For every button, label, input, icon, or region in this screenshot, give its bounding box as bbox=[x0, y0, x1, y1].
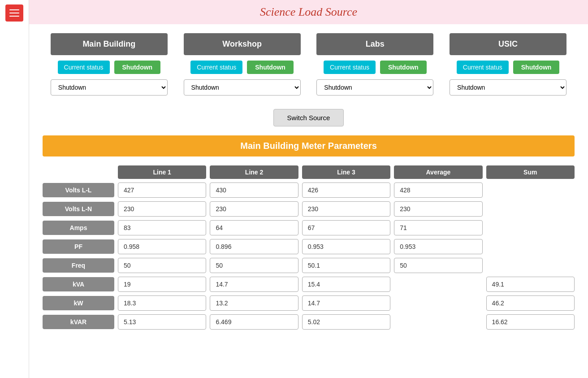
meter-value-4-line1: 50 bbox=[118, 258, 206, 273]
meter-value-2-line1: 83 bbox=[118, 220, 206, 235]
meter-row-label-1: Volts L-N bbox=[43, 202, 114, 216]
building-name-usic[interactable]: USIC bbox=[450, 33, 566, 55]
meter-row-label-5: kVA bbox=[43, 277, 114, 291]
meter-value-6-line2: 13.2 bbox=[210, 295, 298, 311]
meter-section: Main Building Meter Parameters Line 1Lin… bbox=[29, 135, 588, 343]
meter-col-header-sum: Sum bbox=[486, 165, 575, 179]
dropdown-row-workshop: Shutdown bbox=[184, 79, 301, 96]
meter-value-3-line3: 0.953 bbox=[302, 239, 390, 254]
meter-value-1-line2: 230 bbox=[210, 201, 298, 217]
meter-value-2-average: 71 bbox=[394, 220, 482, 235]
meter-value-4-average: 50 bbox=[394, 258, 482, 273]
dropdown-row-usic: Shutdown bbox=[450, 79, 566, 96]
meter-value-5-sum: 49.1 bbox=[486, 277, 575, 292]
building-col-main-building: Main BuildingCurrent statusShutdownShutd… bbox=[51, 33, 168, 96]
meter-value-7-line3: 5.02 bbox=[302, 314, 390, 330]
meter-value-7-line2: 6.469 bbox=[210, 314, 298, 330]
building-name-labs[interactable]: Labs bbox=[316, 33, 433, 55]
current-status-button-labs[interactable]: Current status bbox=[324, 61, 376, 74]
meter-row-label-0: Volts L-L bbox=[43, 183, 114, 197]
status-dropdown-usic[interactable]: Shutdown bbox=[450, 79, 566, 96]
shutdown-button-main-building[interactable]: Shutdown bbox=[114, 61, 161, 74]
status-row-usic: Current statusShutdown bbox=[457, 61, 560, 74]
status-dropdown-main-building[interactable]: Shutdown bbox=[51, 79, 168, 96]
status-dropdown-workshop[interactable]: Shutdown bbox=[184, 79, 301, 96]
meter-value-1-line1: 230 bbox=[118, 201, 206, 217]
meter-col-header-line2: Line 2 bbox=[210, 165, 298, 179]
meter-value-0-average: 428 bbox=[394, 182, 482, 198]
meter-value-6-line1: 18.3 bbox=[118, 295, 206, 311]
meter-title: Main Building Meter Parameters bbox=[43, 135, 575, 156]
meter-value-3-line1: 0.958 bbox=[118, 239, 206, 254]
status-row-workshop: Current statusShutdown bbox=[190, 61, 294, 74]
meter-row-label-4: Freq bbox=[43, 258, 114, 273]
buildings-row: Main BuildingCurrent statusShutdownShutd… bbox=[29, 24, 588, 100]
status-dropdown-labs[interactable]: Shutdown bbox=[316, 79, 433, 96]
app-header: Science Load Source bbox=[29, 0, 588, 24]
meter-value-0-line1: 427 bbox=[118, 182, 206, 198]
shutdown-button-workshop[interactable]: Shutdown bbox=[247, 61, 294, 74]
building-name-main-building[interactable]: Main Building bbox=[51, 33, 168, 55]
meter-value-4-line3: 50.1 bbox=[302, 258, 390, 273]
building-col-labs: LabsCurrent statusShutdownShutdown bbox=[316, 33, 433, 96]
meter-value-6-sum: 46.2 bbox=[486, 295, 575, 311]
meter-col-header-average: Average bbox=[394, 165, 482, 179]
meter-value-7-line1: 5.13 bbox=[118, 314, 206, 330]
meter-row-label-2: Amps bbox=[43, 221, 114, 235]
meter-value-6-line3: 14.7 bbox=[302, 295, 390, 311]
main-content: Science Load Source Main BuildingCurrent… bbox=[29, 0, 588, 343]
meter-row-label-6: kW bbox=[43, 296, 114, 310]
meter-value-0-line3: 426 bbox=[302, 182, 390, 198]
meter-value-1-line3: 230 bbox=[302, 201, 390, 217]
current-status-button-usic[interactable]: Current status bbox=[457, 61, 509, 74]
meter-value-0-line2: 430 bbox=[210, 182, 298, 198]
building-col-workshop: WorkshopCurrent statusShutdownShutdown bbox=[184, 33, 301, 96]
meter-value-1-average: 230 bbox=[394, 201, 482, 217]
shutdown-button-usic[interactable]: Shutdown bbox=[513, 61, 560, 74]
status-row-main-building: Current statusShutdown bbox=[58, 61, 161, 74]
meter-value-5-line1: 19 bbox=[118, 277, 206, 292]
dropdown-row-labs: Shutdown bbox=[316, 79, 433, 96]
building-name-workshop[interactable]: Workshop bbox=[184, 33, 301, 55]
app-title: Science Load Source bbox=[29, 5, 588, 19]
meter-value-2-line3: 67 bbox=[302, 220, 390, 235]
meter-value-3-average: 0.953 bbox=[394, 239, 482, 254]
status-row-labs: Current statusShutdown bbox=[324, 61, 427, 74]
meter-value-7-sum: 16.62 bbox=[486, 314, 575, 330]
meter-value-2-line2: 64 bbox=[210, 220, 298, 235]
current-status-button-workshop[interactable]: Current status bbox=[190, 61, 242, 74]
meter-value-5-line2: 14.7 bbox=[210, 277, 298, 292]
meter-col-header-line3: Line 3 bbox=[302, 165, 390, 179]
sidebar bbox=[0, 0, 29, 343]
building-col-usic: USICCurrent statusShutdownShutdown bbox=[450, 33, 566, 96]
current-status-button-main-building[interactable]: Current status bbox=[58, 61, 110, 74]
meter-grid: Line 1Line 2Line 3AverageSumVolts L-L427… bbox=[43, 165, 575, 330]
switch-source-button[interactable]: Switch Source bbox=[273, 109, 344, 126]
meter-row-label-7: kVAR bbox=[43, 315, 114, 329]
meter-value-5-line3: 15.4 bbox=[302, 277, 390, 292]
meter-row-label-3: PF bbox=[43, 239, 114, 254]
shutdown-button-labs[interactable]: Shutdown bbox=[380, 61, 427, 74]
meter-value-4-line2: 50 bbox=[210, 258, 298, 273]
menu-button[interactable] bbox=[5, 4, 23, 22]
switch-source-row: Switch Source bbox=[29, 109, 588, 126]
dropdown-row-main-building: Shutdown bbox=[51, 79, 168, 96]
meter-value-3-line2: 0.896 bbox=[210, 239, 298, 254]
meter-col-header-line1: Line 1 bbox=[118, 165, 206, 179]
